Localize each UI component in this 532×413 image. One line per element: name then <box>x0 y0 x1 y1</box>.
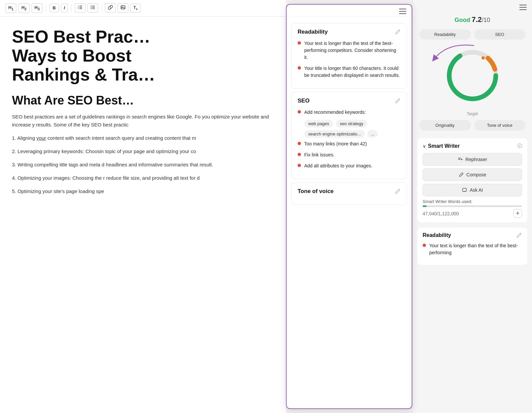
readability-title: Readability <box>298 29 328 35</box>
bullet-dot <box>298 41 301 45</box>
paragraph-3: 2. Leveraging primary keywords: Choosin … <box>12 147 274 155</box>
paragraph-6: 5. Optimizing your site's page loading s… <box>12 187 274 195</box>
svg-rect-21 <box>463 188 466 191</box>
smart-writer-chevron[interactable]: ∨ <box>423 143 426 149</box>
ask-ai-button[interactable]: Ask AI <box>423 184 522 196</box>
bullet-dot <box>298 142 301 145</box>
seo-edit-icon[interactable] <box>395 98 401 104</box>
bullet-dot <box>298 153 301 156</box>
bullet-dot <box>298 66 301 70</box>
keyword-tag-1[interactable]: web pages <box>304 120 333 127</box>
bold-button[interactable]: B <box>50 4 59 12</box>
score-total: /10 <box>482 17 490 23</box>
smart-writer-info-icon[interactable]: ⓘ <box>517 143 522 149</box>
bottom-tabs: Originality Tone of voice <box>413 120 532 130</box>
compose-button[interactable]: Compose <box>423 168 522 181</box>
bullet-dot <box>423 244 426 247</box>
paragraph-5: 4. Optimizing your images: Choosing the … <box>12 174 274 182</box>
readability-section: Readability Your text is longer than the… <box>291 23 407 89</box>
paragraph-4: 3. Writing compelling title tags and met… <box>12 161 274 169</box>
seo-item-alt: Add alt attributes to your images. <box>298 162 401 169</box>
score-value: 7.2 <box>471 15 482 24</box>
overlay-header <box>287 5 412 17</box>
paragraph-2: 1. Aligning your content with search int… <box>12 134 274 142</box>
article-subtitle: What Are SEO Best… <box>12 94 274 107</box>
smart-writer-header: ∨ Smart Writer ⓘ <box>423 143 522 149</box>
image-button[interactable] <box>118 3 128 13</box>
add-words-button[interactable]: + <box>513 209 522 218</box>
editor-panel: H1 H2 H3 B I 1.2.3. Tx SEO Best Prac…Way… <box>0 0 286 413</box>
readability-header: Readability <box>298 29 401 35</box>
tone-edit-icon[interactable] <box>395 188 401 194</box>
tab-readability[interactable]: Readability <box>419 29 471 40</box>
h1-button[interactable]: H1 <box>5 3 16 13</box>
tab-tone-of-voice[interactable]: Tone of voice <box>474 120 526 130</box>
smart-writer-section: ∨ Smart Writer ⓘ Rephraser Compose Ask A… <box>417 138 527 222</box>
article-title: SEO Best Prac…Ways to BoostRankings & Tr… <box>12 27 274 85</box>
bullet-dot <box>298 164 301 167</box>
score-label: Good <box>455 17 470 23</box>
words-count-value: 47,040/1,122,000 <box>423 211 459 216</box>
keyword-tag-3[interactable]: search engine optimizatio... <box>304 130 365 138</box>
seo-header: SEO <box>298 98 401 104</box>
right-readability-item-1: Your text is longer than the text of the… <box>423 242 522 256</box>
toolbar: H1 H2 H3 B I 1.2.3. Tx <box>0 0 286 17</box>
right-readability-edit-icon[interactable] <box>516 232 522 238</box>
svg-rect-12 <box>121 6 125 9</box>
rephraser-icon <box>458 157 463 162</box>
rephraser-button[interactable]: Rephraser <box>423 153 522 166</box>
svg-rect-20 <box>458 159 460 160</box>
menu-icon[interactable] <box>399 9 406 14</box>
seo-item-fix-links: Fix link issues. <box>298 151 401 158</box>
compose-icon <box>459 172 464 177</box>
toolbar-divider-2 <box>71 5 71 11</box>
right-readability-title: Readability <box>423 232 451 238</box>
keyword-tag-2[interactable]: seo strategy <box>336 120 367 127</box>
keyword-more-button[interactable]: ... <box>367 130 378 138</box>
words-count-row: 47,040/1,122,000 + <box>423 209 522 218</box>
words-used-label: Smart Writer Words used: <box>423 199 522 204</box>
target-label: Target <box>413 111 532 116</box>
h3-button[interactable]: H3 <box>32 3 43 13</box>
italic-button[interactable]: I <box>61 4 68 12</box>
svg-point-10 <box>91 7 91 8</box>
tab-seo[interactable]: SEO <box>474 29 526 40</box>
link-button[interactable] <box>105 3 116 13</box>
svg-point-17 <box>494 75 497 78</box>
toolbar-divider-3 <box>101 5 102 11</box>
right-panel-header <box>413 0 532 13</box>
svg-point-11 <box>91 8 91 9</box>
smart-writer-title: Smart Writer <box>428 143 460 149</box>
ask-ai-icon <box>462 187 467 193</box>
seo-title: SEO <box>298 98 310 104</box>
seo-section: SEO Add recommended keywords: web pages … <box>291 92 407 179</box>
toolbar-divider-1 <box>46 5 46 11</box>
readability-item-1: Your text is longer than the text of the… <box>298 40 401 61</box>
right-menu-icon[interactable] <box>519 5 527 10</box>
score-chart <box>439 42 506 109</box>
overlay-content[interactable]: Readability Your text is longer than the… <box>287 17 412 408</box>
h2-button[interactable]: H2 <box>18 3 29 13</box>
unordered-list-button[interactable] <box>87 3 98 13</box>
svg-rect-19 <box>458 158 461 158</box>
paragraph-1: SEO best practices are a set of guidelin… <box>12 113 274 129</box>
bullet-dot <box>298 110 301 113</box>
ordered-list-button[interactable]: 1.2.3. <box>75 3 85 13</box>
words-progress-bar <box>423 205 522 207</box>
svg-point-18 <box>481 56 485 60</box>
right-panel: Good 7.2/10 Readability SEO <box>412 0 532 413</box>
seo-item-links: Too many links (more than 42) <box>298 140 401 147</box>
svg-point-9 <box>91 6 91 6</box>
top-tabs: Readability SEO <box>413 29 532 40</box>
tone-header: Tone of voice <box>298 188 401 195</box>
overlay-panel: Readability Your text is longer than the… <box>286 4 412 409</box>
tab-originality[interactable]: Originality <box>419 120 471 130</box>
tone-of-voice-section: Tone of voice <box>291 182 407 205</box>
right-readability-header: Readability <box>423 232 522 238</box>
clear-format-button[interactable]: Tx <box>130 4 140 13</box>
readability-edit-icon[interactable] <box>395 29 401 35</box>
arrow-annotation <box>421 39 481 66</box>
keyword-tags: web pages seo strategy search engine opt… <box>304 120 401 138</box>
editor-content[interactable]: SEO Best Prac…Ways to BoostRankings & Tr… <box>0 17 286 413</box>
readability-item-2: Your title is longer than 60 characters.… <box>298 65 401 79</box>
